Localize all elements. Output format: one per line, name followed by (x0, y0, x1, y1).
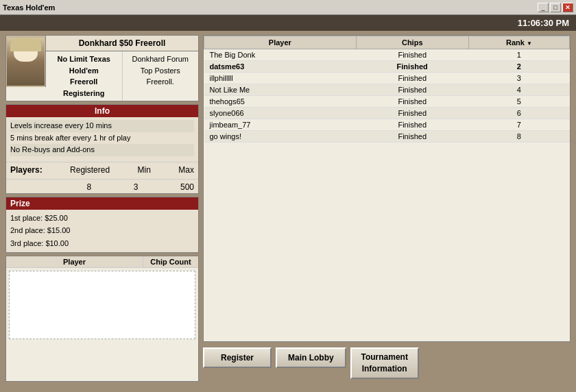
chip-col-player-header: Player (6, 256, 143, 267)
col-player-header: Player (204, 36, 357, 49)
main-content: Donkhard $50 Freeroll No Limit Texas Hol… (0, 31, 576, 386)
tournament-game-type: No Limit Texas Hold'em (50, 53, 118, 76)
prize-1st: 1st place: $25.00 (10, 212, 194, 225)
chip-table-section: Player Chip Count (5, 256, 199, 382)
player-table-section: Player Chips Rank ▼ The Big DonkFinished… (203, 35, 571, 342)
table-row: The Big DonkFinished1 (204, 49, 570, 61)
tournament-details: No Limit Texas Hold'em Freeroll Register… (46, 51, 198, 101)
table-row: illphilllllFinished3 (204, 73, 570, 84)
prize-2nd: 2nd place: $15.00 (10, 224, 194, 237)
tournament-details-right: Donkhard Forum Top Posters Freeroll. (123, 51, 199, 101)
player-chips-cell: Finished (356, 119, 468, 131)
prize-body: 1st place: $25.00 2nd place: $15.00 3rd … (6, 210, 198, 252)
player-chips-cell: Finished (356, 96, 468, 108)
player-rank-cell: 1 (468, 49, 569, 61)
col-rank-header: Rank ▼ (468, 36, 569, 49)
clock-bar: 11:06:30 PM (0, 15, 576, 31)
info-header: Info (6, 105, 198, 117)
minimize-button[interactable]: _ (538, 3, 549, 12)
player-name-cell: datsme63 (204, 61, 357, 73)
player-rank-cell: 3 (468, 73, 569, 84)
avatar-box (6, 36, 46, 87)
app-area: 11:06:30 PM Donkhard $50 Freeroll No Lim… (0, 15, 576, 392)
table-row: Not Like MeFinished4 (204, 84, 570, 96)
tournament-title: Donkhard $50 Freeroll (46, 36, 198, 51)
info-line-1: Levels increase every 10 mins (10, 120, 194, 132)
info-section: Info Levels increase every 10 mins 5 min… (5, 104, 199, 194)
registered-label: Registered (70, 165, 110, 175)
prize-3rd-amount: $10.00 (45, 239, 69, 247)
register-button[interactable]: Register (203, 347, 272, 368)
player-name-cell: thehogs65 (204, 96, 357, 108)
prize-1st-place: 1st place: (10, 214, 43, 222)
player-rank-cell: 4 (468, 84, 569, 96)
clock-display: 11:06:30 PM (518, 18, 569, 28)
tournament-info-button[interactable]: TournamentInformation (350, 347, 419, 379)
player-rank-cell: 8 (468, 131, 569, 143)
players-spacer (10, 182, 45, 192)
max-value: 500 (180, 182, 194, 192)
min-label: Min (138, 165, 151, 175)
info-body: Levels increase every 10 mins 5 mins bre… (6, 117, 198, 159)
player-chips-cell: Finished (356, 49, 468, 61)
prize-3rd-place: 3rd place: (10, 239, 43, 247)
prize-2nd-place: 2nd place: (10, 226, 45, 234)
player-chips-cell: Finished (356, 108, 468, 119)
min-value: 3 (134, 182, 139, 192)
title-bar-text: Texas Hold'em (3, 3, 55, 12)
player-rank-cell: 6 (468, 108, 569, 119)
tournament-status: Registering (50, 88, 118, 99)
left-panel: Donkhard $50 Freeroll No Limit Texas Hol… (5, 35, 199, 382)
tournament-description-2: Freeroll. (127, 76, 195, 88)
tournament-buy-in: Freeroll (50, 76, 118, 88)
player-chips-cell: Finished (356, 73, 468, 84)
right-panel: Player Chips Rank ▼ The Big DonkFinished… (203, 35, 571, 382)
title-bar: Texas Hold'em _ □ ✕ (0, 0, 576, 15)
player-name-cell: illphilllll (204, 73, 357, 84)
chip-table-header: Player Chip Count (6, 256, 198, 268)
player-chips-cell: Finished (356, 84, 468, 96)
info-line-2: 5 mins break after every 1 hr of play (10, 132, 194, 145)
prize-header: Prize (6, 197, 198, 210)
prize-3rd: 3rd place: $10.00 (10, 237, 194, 250)
player-rank-cell: 2 (468, 61, 569, 73)
player-name-cell: The Big Donk (204, 49, 357, 61)
close-button[interactable]: ✕ (562, 3, 573, 12)
table-row: datsme63Finished2 (204, 61, 570, 73)
player-table: Player Chips Rank ▼ The Big DonkFinished… (204, 36, 570, 143)
table-row: slyone066Finished6 (204, 108, 570, 119)
registered-value: 8 (87, 182, 92, 192)
maximize-button[interactable]: □ (550, 3, 561, 12)
prize-2nd-amount: $15.00 (47, 226, 71, 234)
players-label: Players: (10, 165, 43, 175)
player-rank-cell: 5 (468, 96, 569, 108)
chip-table-body (9, 271, 195, 339)
tournament-header: Donkhard $50 Freeroll No Limit Texas Hol… (5, 35, 199, 101)
player-name-cell: jimbeam_77 (204, 119, 357, 131)
buttons-row: Register Main Lobby TournamentInformatio… (203, 345, 571, 382)
chip-col-count-header: Chip Count (143, 256, 198, 267)
player-name-cell: Not Like Me (204, 84, 357, 96)
player-rank-cell: 7 (468, 119, 569, 131)
table-row: go wings!Finished8 (204, 131, 570, 143)
player-name-cell: slyone066 (204, 108, 357, 119)
tournament-details-left: No Limit Texas Hold'em Freeroll Register… (46, 51, 123, 101)
table-row: thehogs65Finished5 (204, 96, 570, 108)
max-label: Max (178, 165, 194, 175)
table-row: jimbeam_77Finished7 (204, 119, 570, 131)
player-chips-cell: Finished (356, 61, 468, 73)
info-line-3: No Re-buys and Add-ons (10, 144, 194, 156)
rank-sort-icon[interactable]: ▼ (527, 40, 532, 47)
players-values-row: 8 3 500 (6, 179, 198, 193)
players-row: Players: Registered Min Max (6, 162, 198, 176)
prize-1st-amount: $25.00 (45, 214, 68, 222)
col-chips-header: Chips (356, 36, 468, 49)
main-lobby-button[interactable]: Main Lobby (276, 347, 346, 368)
title-bar-buttons: _ □ ✕ (538, 3, 573, 12)
prize-section: Prize 1st place: $25.00 2nd place: $15.0… (5, 197, 199, 253)
tournament-info-box: Donkhard $50 Freeroll No Limit Texas Hol… (46, 36, 198, 101)
tournament-description-1: Donkhard Forum Top Posters (127, 53, 195, 76)
player-name-cell: go wings! (204, 131, 357, 143)
player-chips-cell: Finished (356, 131, 468, 143)
avatar (7, 38, 45, 86)
